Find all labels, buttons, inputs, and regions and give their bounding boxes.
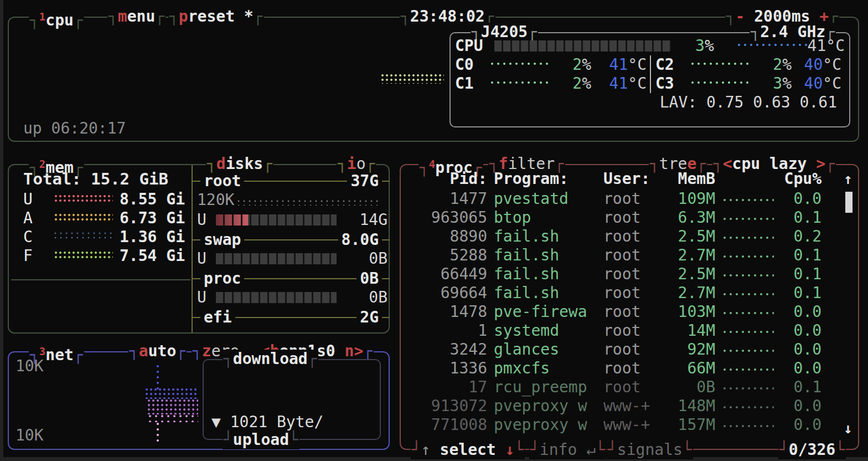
cpu-mini-graph bbox=[723, 255, 774, 260]
hook-icon: ┐ bbox=[726, 7, 736, 25]
hook-icon: └ bbox=[289, 431, 298, 449]
mem-cached-key: C bbox=[23, 228, 54, 246]
disk-proc-used-value: 0B bbox=[337, 288, 388, 306]
pid: 1477 bbox=[405, 189, 487, 208]
preset-hotkey: p bbox=[179, 7, 188, 25]
scroll-up-icon[interactable]: ↑ bbox=[844, 171, 852, 187]
disk-proc-size: 0B bbox=[356, 269, 382, 288]
net-upload-graph-tail bbox=[156, 422, 162, 444]
proc-row[interactable]: 3242glancesroot92M0.0 bbox=[401, 340, 858, 359]
proc-row[interactable]: 69664fail.shroot2.7M0.1 bbox=[401, 284, 858, 303]
cpu: 0.0 bbox=[775, 321, 822, 340]
menu-hotkey: m bbox=[118, 7, 127, 25]
net-scale-top: 10K bbox=[16, 357, 44, 375]
proc-table: 1477pvestatdroot109M0.0 963065btoproot6.… bbox=[401, 189, 858, 434]
program: glances bbox=[494, 340, 604, 358]
interval-decrease-button[interactable]: - bbox=[736, 7, 745, 25]
mem: 6.3M bbox=[653, 208, 715, 227]
preset-button[interactable]: ┐preset *┌ bbox=[168, 7, 264, 26]
proc-row[interactable]: 8890fail.shroot2.5M0.2 bbox=[401, 227, 858, 246]
mem: 66M bbox=[653, 359, 715, 377]
disk-line bbox=[193, 239, 200, 240]
hook-icon: ┐ bbox=[193, 342, 202, 360]
hook-icon: ┘ bbox=[224, 431, 233, 449]
disk-section-efi: efi2G bbox=[193, 308, 390, 326]
mem: 148M bbox=[653, 397, 715, 415]
disk-efi-name: efi bbox=[200, 308, 235, 326]
enter-icon: ↵ bbox=[586, 440, 596, 459]
disk-line bbox=[235, 317, 357, 318]
disk-root-used: U 14G bbox=[197, 211, 388, 229]
info-button[interactable]: ┘info ↵└ bbox=[529, 440, 606, 459]
menu-button[interactable]: ┐menu┌ bbox=[107, 7, 166, 26]
cpu-mini-graph bbox=[723, 274, 774, 279]
program: pveproxy w bbox=[494, 416, 604, 434]
select-down-icon[interactable]: ↓ bbox=[505, 440, 515, 459]
proc-row[interactable]: 1477pvestatdroot109M0.0 bbox=[401, 189, 858, 208]
core1-percent: 2 bbox=[572, 74, 582, 93]
mem-used-key: U bbox=[23, 190, 54, 208]
proc-row[interactable]: 963065btoproot6.3M0.1 bbox=[401, 208, 858, 227]
cpu-stats-panel: ┐J4205┌ ┐2.4 GHz┌ CPU 3% 41°C C0 2% 41°C bbox=[450, 32, 850, 127]
net-upload-graph bbox=[148, 414, 198, 422]
disk-line bbox=[244, 278, 356, 279]
proc-row[interactable]: 771008pveproxy wwww-+157M0.0 bbox=[401, 416, 858, 434]
net-auto-toggle[interactable]: ┐auto┌ bbox=[128, 342, 187, 361]
cpu-box-title[interactable]: ┐1cpu┌ bbox=[29, 7, 84, 30]
program: fail.sh bbox=[494, 246, 604, 264]
mem-available-key: A bbox=[23, 209, 54, 227]
select-up-icon[interactable]: ↑ bbox=[421, 440, 431, 459]
core2-temp: 40 bbox=[804, 55, 823, 74]
uptime-label: up 06:20:17 bbox=[23, 119, 126, 137]
proc-row[interactable]: 5288fail.shroot2.7M0.1 bbox=[401, 246, 858, 265]
proc-row[interactable]: 1systemdroot14M0.0 bbox=[401, 321, 858, 340]
download-label-text: download bbox=[233, 350, 308, 368]
mem-stats-pane: Total: 15.2 GiB U 8.55 Gi A 6.73 Gi C 1.… bbox=[9, 165, 192, 332]
signals-button[interactable]: ┘signals└ bbox=[607, 440, 693, 459]
proc-row[interactable]: 66449fail.shroot2.5M0.1 bbox=[401, 265, 858, 284]
program: systemd bbox=[494, 321, 604, 340]
core2-percent: 2 bbox=[773, 55, 782, 74]
cpu-mini-graph bbox=[723, 387, 774, 392]
header-mem[interactable]: MemB bbox=[653, 170, 715, 188]
core0-graph bbox=[490, 62, 548, 68]
hook-icon: ┐ bbox=[130, 342, 139, 360]
mem: 2.5M bbox=[653, 227, 715, 245]
disk-swap-used: U 0B bbox=[197, 249, 388, 268]
mem-row-cached: C 1.36 Gi bbox=[23, 227, 185, 246]
mem-free-graph bbox=[54, 251, 113, 260]
disk-swap-name: swap bbox=[200, 230, 244, 249]
info-label: info bbox=[540, 440, 577, 459]
proc-row[interactable]: 913072pveproxy wwww-+148M0.0 bbox=[401, 397, 858, 416]
net-box-number: 3 bbox=[39, 345, 45, 357]
mem: 2.7M bbox=[653, 246, 715, 264]
program: pve-firewa bbox=[494, 303, 604, 321]
header-cpu[interactable]: Cpu% bbox=[775, 170, 822, 188]
disk-root-io: 120K bbox=[197, 191, 385, 209]
net-auto-label: uto bbox=[148, 342, 177, 360]
header-pid[interactable]: Pid: bbox=[405, 170, 487, 188]
proc-row[interactable]: 17rcu_preemproot0B0.1 bbox=[401, 378, 858, 397]
cpu: 0.1 bbox=[775, 208, 822, 227]
disk-line bbox=[382, 278, 390, 279]
btop-screen: ┐1cpu┌ ┐menu┌ ┐preset *┌ ┐23:48:02┌ ┐- 2… bbox=[0, 0, 868, 461]
proc-row[interactable]: 1478pve-firewaroot103M0.0 bbox=[401, 303, 858, 321]
net-zero-hotkey: z bbox=[202, 342, 211, 360]
net-scale-bottom: 10K bbox=[16, 426, 44, 444]
cpu-mini-graph bbox=[723, 236, 774, 242]
header-program[interactable]: Program: bbox=[494, 170, 604, 188]
cpu: 0.1 bbox=[775, 378, 822, 396]
select-control[interactable]: ┘↑ select ↓└ bbox=[411, 440, 525, 459]
cpu: 0.0 bbox=[775, 397, 822, 415]
pid: 1 bbox=[405, 321, 487, 340]
pid: 8890 bbox=[405, 227, 487, 245]
disk-root-io-graph bbox=[237, 200, 381, 206]
disk-root-used-value: 14G bbox=[337, 211, 388, 229]
mem: 0B bbox=[653, 378, 715, 396]
hook-icon: ┌ bbox=[74, 11, 83, 29]
core1-graph bbox=[490, 81, 548, 86]
net-next-button[interactable]: n> bbox=[345, 342, 364, 360]
pid: 913072 bbox=[405, 397, 487, 415]
core3-label: C3 bbox=[655, 74, 684, 93]
proc-row[interactable]: 1336pmxcfsroot66M0.0 bbox=[401, 359, 858, 378]
